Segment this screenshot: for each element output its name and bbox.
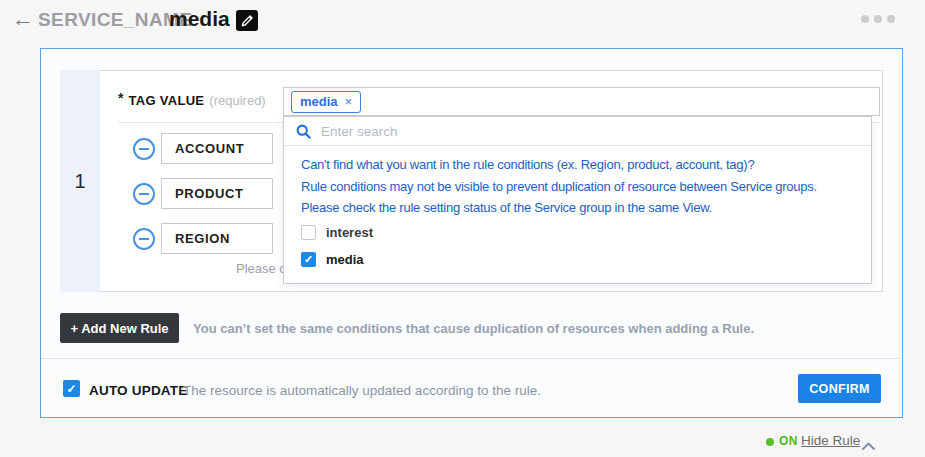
status-on-label: ON (779, 434, 798, 448)
truncated-help-text: Please c (236, 261, 286, 276)
checkbox-unchecked-icon[interactable] (301, 225, 316, 240)
dropdown-message-line-3: Please check the rule setting status of … (301, 197, 817, 219)
selected-tag-chip[interactable]: media × (291, 91, 361, 113)
remove-condition-icon[interactable] (133, 228, 155, 250)
dropdown-message-line-2: Rule conditions may not be visible to pr… (301, 176, 817, 198)
auto-update-checkbox[interactable]: ✓ (63, 380, 80, 397)
remove-condition-icon[interactable] (133, 138, 155, 160)
condition-row-account: ACCOUNT (133, 133, 273, 164)
auto-update-description: The resource is automatically updated ac… (183, 383, 541, 398)
add-rule-hint-text: You can’t set the same conditions that c… (193, 321, 754, 336)
condition-select-account[interactable]: ACCOUNT (161, 133, 273, 164)
required-asterisk: * (118, 90, 123, 106)
page-title: media (169, 7, 230, 31)
status-on-dot (766, 438, 774, 446)
chip-remove-icon[interactable]: × (345, 94, 353, 109)
edit-service-name-button[interactable] (236, 10, 258, 31)
chevron-up-icon[interactable] (861, 437, 876, 455)
auto-update-label: AUTO UPDATE (89, 383, 187, 398)
rule-number: 1 (60, 70, 100, 292)
confirm-button[interactable]: CONFIRM (798, 374, 881, 403)
condition-row-region: REGION (133, 223, 273, 254)
tag-value-input[interactable]: media × (283, 87, 880, 116)
overflow-menu-icon[interactable] (861, 15, 895, 23)
condition-row-product: PRODUCT (133, 178, 273, 209)
option-label: interest (326, 225, 373, 240)
search-icon (296, 124, 311, 139)
required-note: (required) (209, 93, 265, 108)
chip-label: media (300, 94, 338, 109)
add-new-rule-button[interactable]: + Add New Rule (60, 313, 179, 343)
condition-select-product[interactable]: PRODUCT (161, 178, 273, 209)
checkbox-checked-icon[interactable]: ✓ (301, 252, 316, 267)
pencil-icon (241, 15, 253, 27)
tag-value-row: * TAG VALUE (required) (118, 86, 266, 114)
hide-rule-link[interactable]: Hide Rule (801, 433, 860, 448)
back-arrow-icon[interactable]: ← (12, 4, 34, 34)
option-label: media (326, 252, 364, 267)
remove-condition-icon[interactable] (133, 183, 155, 205)
dropdown-search-row (284, 117, 871, 146)
dropdown-message-line-1: Can't find what you want in the rule con… (301, 154, 817, 176)
search-input[interactable] (319, 123, 803, 140)
option-media[interactable]: ✓ media (301, 252, 364, 267)
section-divider (41, 358, 900, 359)
tag-value-label: TAG VALUE (128, 93, 204, 108)
condition-select-region[interactable]: REGION (161, 223, 273, 254)
option-interest[interactable]: interest (301, 225, 373, 240)
tag-value-dropdown: Can't find what you want in the rule con… (283, 116, 872, 284)
